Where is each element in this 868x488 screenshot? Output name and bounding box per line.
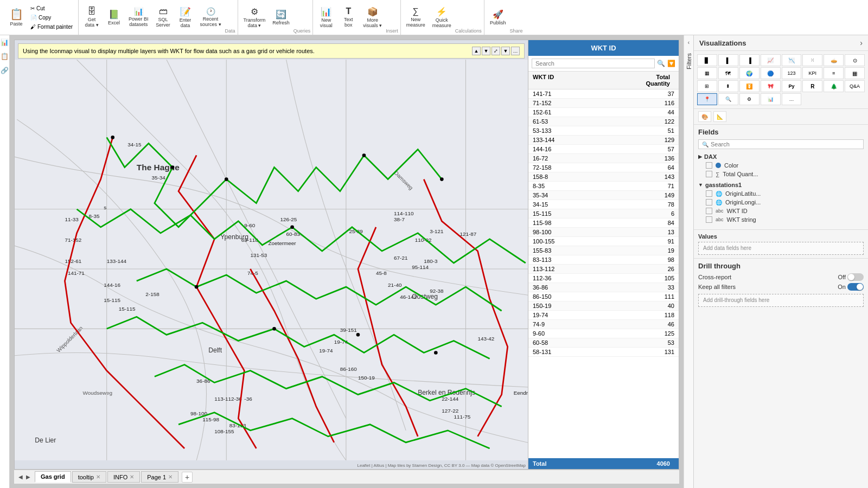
table-row[interactable]: 83-11398 (528, 255, 679, 265)
viz-icon-custom4[interactable]: 📊 (761, 93, 781, 105)
table-row[interactable]: 9-60125 (528, 329, 679, 338)
filter-icon[interactable]: 🔽 (667, 60, 675, 67)
copy-button[interactable]: 📄Copy (28, 14, 75, 22)
viz-icon-area[interactable]: 📉 (782, 54, 802, 66)
nav-next-page[interactable]: ▶ (26, 474, 30, 480)
transform-data-button[interactable]: ⚙ Transformdata ▾ (240, 3, 269, 31)
table-row[interactable]: 113-11226 (528, 265, 679, 274)
viz-analytics-icon[interactable]: 📐 (713, 111, 726, 122)
viz-icon-py[interactable]: Py (782, 80, 802, 92)
map-filter[interactable]: ▼ (501, 47, 510, 55)
cut-button[interactable]: ✂Cut (28, 4, 75, 12)
viz-icon-stacked-bar[interactable]: ▌ (718, 54, 738, 66)
cross-report-toggle[interactable]: Off (838, 273, 864, 281)
field-section-dax-header[interactable]: ▶ DAX (698, 152, 864, 161)
table-row[interactable]: 144-1657 (528, 145, 679, 154)
table-row[interactable]: 115-9884 (528, 219, 679, 228)
cross-report-toggle-track[interactable] (847, 273, 864, 281)
search-icon[interactable]: 🔍 (657, 60, 665, 67)
values-dropzone[interactable]: Add data fields here (698, 242, 864, 255)
viz-icon-line[interactable]: 📈 (761, 54, 781, 66)
table-row[interactable]: 152-6144 (528, 108, 679, 117)
new-measure-button[interactable]: ∑ Newmeasure (403, 3, 429, 31)
map-nav-prev[interactable]: ▲ (472, 47, 481, 55)
data-panel-search-input[interactable] (532, 59, 655, 68)
table-row[interactable]: 100-15591 (528, 237, 679, 246)
viz-icon-pie[interactable]: 🥧 (824, 54, 844, 66)
col-header-total-qty[interactable]: Total Quantity (631, 72, 674, 89)
more-visuals-button[interactable]: 📦 Morevisuals ▾ (360, 3, 385, 31)
table-row[interactable]: 34-1578 (528, 200, 679, 209)
power-bi-datasets-button[interactable]: 📊 Power BIdatasets (125, 3, 152, 31)
viz-icon-decomp[interactable]: 🌲 (824, 80, 844, 92)
table-row[interactable]: 36-8633 (528, 283, 679, 292)
recent-sources-button[interactable]: 🕐 Recentsources ▾ (197, 3, 225, 31)
table-row[interactable]: 72-15864 (528, 163, 679, 172)
table-row[interactable]: 98-10013 (528, 228, 679, 237)
field-item-color[interactable]: Color (698, 161, 864, 170)
table-row[interactable]: 19-74118 (528, 311, 679, 320)
viz-icon-bar-chart[interactable]: ▊ (697, 54, 717, 66)
page-tab-info[interactable]: INFO✕ (107, 471, 140, 483)
table-row[interactable]: 155-8319 (528, 246, 679, 255)
table-row[interactable]: 16-72136 (528, 154, 679, 163)
keep-filters-toggle-track[interactable] (847, 283, 864, 291)
table-row[interactable]: 133-144129 (528, 136, 679, 145)
report-view-icon[interactable]: 📊 (1, 38, 9, 46)
field-item-wkt-id[interactable]: abc WKT ID (698, 207, 864, 215)
map-container[interactable]: Using the Iconmap visual to display mult… (15, 40, 528, 469)
field-section-gasstations-header[interactable]: ▼ gasstations1 (698, 181, 864, 189)
viz-icon-slicer[interactable]: ≡ (824, 67, 844, 79)
viz-panel-expand-icon[interactable]: › (860, 38, 863, 47)
page-tab-close-icon[interactable]: ✕ (96, 474, 100, 480)
viz-icon-custom2[interactable]: 🔍 (718, 93, 738, 105)
drillthrough-dropzone[interactable]: Add drill-through fields here (698, 294, 864, 307)
map-more[interactable]: … (511, 47, 520, 55)
viz-icon-clustered-bar[interactable]: ▐ (739, 54, 760, 66)
table-row[interactable]: 74-946 (528, 320, 679, 329)
viz-icon-custom5[interactable]: … (782, 93, 802, 105)
paste-button[interactable]: 📋 Paste (5, 3, 27, 31)
field-item-total-quant[interactable]: ∑ Total Quant... (698, 170, 864, 178)
table-row[interactable]: 8-3571 (528, 182, 679, 191)
viz-icon-qa[interactable]: Q&A (845, 80, 865, 92)
table-row[interactable]: 112-36105 (528, 274, 679, 283)
text-box-button[interactable]: T Textbox (337, 3, 359, 31)
viz-icon-card[interactable]: 123 (782, 67, 802, 79)
table-row[interactable]: 60-5853 (528, 338, 679, 348)
excel-button[interactable]: 📗 Excel (103, 3, 125, 31)
table-row[interactable]: 86-150111 (528, 292, 679, 301)
nav-prev-page[interactable]: ◀ (18, 474, 23, 480)
new-visual-button[interactable]: 📊 Newvisual (315, 3, 337, 31)
table-row[interactable]: 35-34149 (528, 191, 679, 200)
filters-collapse-icon[interactable]: ‹ (688, 40, 690, 46)
viz-icon-table[interactable]: ▦ (845, 67, 865, 79)
viz-icon-ribbon[interactable]: 🎀 (761, 80, 781, 92)
page-tab-gas-grid[interactable]: Gas grid (35, 471, 71, 483)
refresh-button[interactable]: 🔄 Refresh (269, 3, 293, 31)
viz-icon-kpi[interactable]: KPI (802, 67, 822, 79)
sql-server-button[interactable]: 🗃 SQLServer (152, 3, 174, 31)
viz-format-icon[interactable]: 🎨 (698, 111, 711, 122)
table-row[interactable]: 53-13351 (528, 126, 679, 136)
viz-icon-matrix[interactable]: ⊞ (697, 80, 717, 92)
data-view-icon[interactable]: 📋 (1, 53, 9, 60)
viz-icon-map[interactable]: 🗺 (718, 67, 738, 79)
map-nav-next[interactable]: ▼ (482, 47, 490, 55)
viz-icon-custom1[interactable]: 📍 (697, 93, 717, 105)
page-tab-page-1[interactable]: Page 1✕ (141, 471, 178, 483)
keep-filters-toggle[interactable]: On (838, 283, 864, 291)
field-item-wkt-string[interactable]: abc WKT string (698, 215, 864, 224)
viz-icon-waterfall[interactable]: ⬍ (718, 80, 738, 92)
field-item-origin-lat[interactable]: 🌐 OriginLatitu... (698, 189, 864, 198)
fields-search-input[interactable] (711, 141, 860, 147)
table-row[interactable]: 61-53122 (528, 117, 679, 126)
table-row[interactable]: 58-131131 (528, 348, 679, 357)
table-row[interactable]: 158-8143 (528, 172, 679, 182)
page-tab-close-icon[interactable]: ✕ (130, 474, 134, 480)
quick-measure-button[interactable]: ⚡ Quickmeasure (429, 3, 455, 31)
get-data-button[interactable]: 🗄 Getdata ▾ (81, 3, 103, 31)
viz-icon-donut[interactable]: ⊙ (845, 54, 865, 66)
page-tab-tooltip[interactable]: tooltip✕ (72, 471, 106, 483)
publish-button[interactable]: 🚀 Publish (487, 3, 509, 31)
